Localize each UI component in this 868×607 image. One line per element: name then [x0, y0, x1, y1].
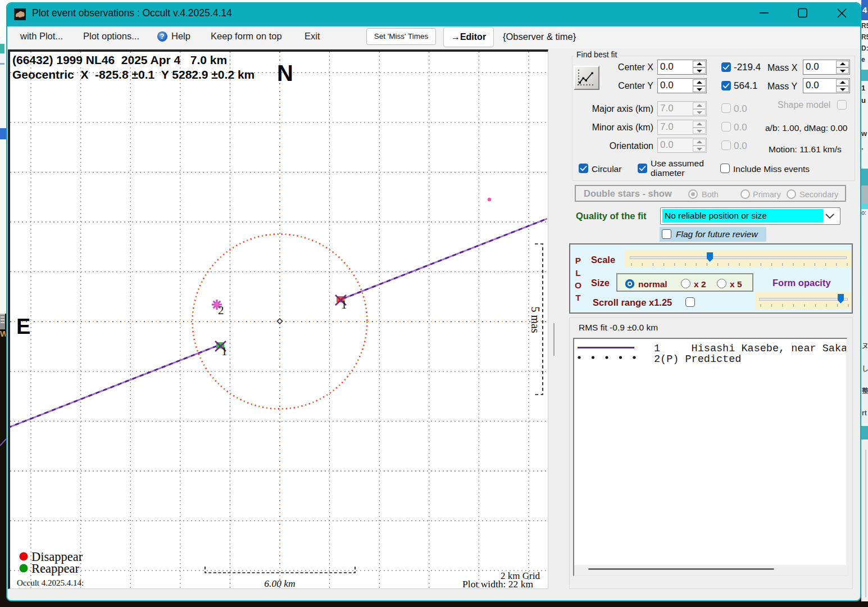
svg-text:N: N — [277, 61, 293, 85]
svg-text:1: 1 — [221, 345, 228, 358]
svg-text:E: E — [16, 315, 30, 338]
svg-text:Geocentric X -825.8 ±0.1 Y: Geocentric X -825.8 ±0.1 Y 5282.9 ±0.2 k… — [12, 68, 255, 81]
svg-text:Occult 4.2025.4.14:: Occult 4.2025.4.14: — [17, 578, 84, 587]
svg-text:2: 2 — [218, 304, 224, 317]
svg-text:5 mas: 5 mas — [529, 306, 542, 333]
svg-text:Reappear: Reappear — [31, 561, 79, 576]
svg-text:1: 1 — [341, 298, 347, 311]
svg-text:(66432) 1999 NL46 2025 Apr 4: (66432) 1999 NL46 2025 Apr 4 7.0 km — [12, 53, 227, 66]
svg-text:6.00 km: 6.00 km — [264, 578, 295, 588]
svg-text:Plot width: 22 km: Plot width: 22 km — [462, 578, 533, 588]
